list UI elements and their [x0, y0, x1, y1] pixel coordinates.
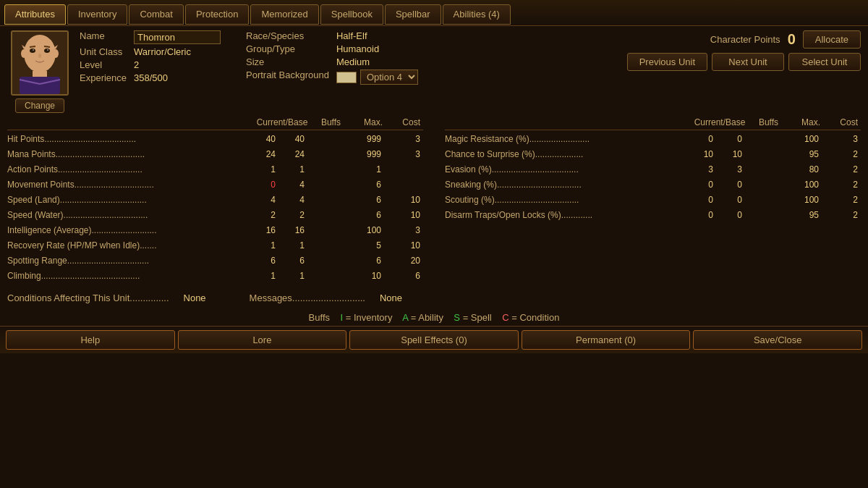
- group-value: Humanoid: [336, 43, 434, 54]
- stat-current: 10: [687, 147, 716, 162]
- stat-name: Hit Points..............................…: [7, 132, 250, 147]
- tab-spellbook[interactable]: Spellbook: [320, 4, 383, 25]
- next-unit-button[interactable]: Next Unit: [712, 53, 784, 71]
- level-value: 2: [134, 59, 224, 70]
- permanent-button[interactable]: Permanent (0): [522, 330, 691, 350]
- stat-buffs: [307, 269, 347, 284]
- stat-base: 0: [716, 177, 745, 193]
- left-stat-row: Action Points...........................…: [7, 162, 423, 177]
- top-nav-bar: Attributes Inventory Combat Protection M…: [0, 0, 868, 26]
- buff-a-key: A: [402, 312, 408, 323]
- right-header-buffs: Buffs: [749, 117, 788, 127]
- select-unit-button[interactable]: Select Unit: [788, 53, 861, 71]
- stat-cost: 3: [825, 132, 861, 147]
- svg-rect-14: [20, 77, 60, 94]
- buff-s-desc: = Spell: [463, 312, 492, 323]
- stat-cost: 10: [387, 193, 423, 208]
- stat-base: 4: [278, 193, 307, 208]
- stat-base: 3: [716, 162, 745, 177]
- left-stats-table: Current/Base Buffs Max. Cost Hit Points.…: [7, 117, 423, 284]
- stat-current: 4: [250, 193, 278, 208]
- tab-protection[interactable]: Protection: [185, 4, 250, 25]
- tab-memorized[interactable]: Memorized: [250, 4, 318, 25]
- svg-point-8: [33, 49, 34, 51]
- buffs-prefix: Buffs: [309, 312, 330, 323]
- change-portrait-button[interactable]: Change: [15, 98, 64, 113]
- portrait-box: [11, 30, 69, 96]
- stat-current: 1: [250, 238, 278, 253]
- name-label: Name: [80, 30, 127, 44]
- stat-current: 0: [250, 177, 278, 193]
- unit-class-label: Unit Class: [80, 46, 127, 57]
- spell-effects-button[interactable]: Spell Effects (0): [349, 330, 519, 350]
- stat-base: 4: [278, 177, 307, 193]
- stat-cost: [387, 177, 423, 193]
- save-close-button[interactable]: Save/Close: [693, 330, 862, 350]
- stat-buffs: [307, 177, 347, 193]
- bottom-bar: Help Lore Spell Effects (0) Permanent (0…: [0, 326, 868, 353]
- stat-cost: 6: [387, 269, 423, 284]
- experience-label: Experience: [80, 72, 127, 83]
- tab-combat[interactable]: Combat: [129, 4, 184, 25]
- left-stats-rows: Hit Points..............................…: [7, 132, 423, 284]
- tab-abilities[interactable]: Abilities (4): [443, 4, 511, 25]
- unit-class-value: Warrior/Cleric: [134, 46, 224, 57]
- stat-max: 100: [785, 193, 825, 208]
- previous-unit-button[interactable]: Previous Unit: [627, 53, 707, 71]
- stat-buffs: [307, 132, 347, 147]
- stat-buffs: [745, 177, 785, 193]
- tab-inventory[interactable]: Inventory: [67, 4, 127, 25]
- stat-max: 999: [347, 147, 387, 162]
- left-header-max: Max.: [351, 117, 387, 127]
- stat-max: 6: [347, 208, 387, 223]
- left-header-current-base: Current/Base: [253, 117, 311, 127]
- stat-name: Sneaking (%)............................…: [445, 177, 687, 193]
- stat-base: 1: [278, 269, 307, 284]
- stat-cost: 3: [387, 223, 423, 238]
- buffs-legend: Buffs I = Inventory A = Ability S = Spel…: [0, 309, 868, 326]
- portrait-bg-select[interactable]: Option 4 Option 1 Option 2 Option 3: [360, 70, 418, 85]
- svg-point-2: [21, 49, 27, 58]
- left-stat-row: Intelligence (Average)..................…: [7, 223, 423, 238]
- name-input[interactable]: [134, 30, 221, 44]
- stat-max: 999: [347, 132, 387, 147]
- stat-cost: 2: [825, 147, 861, 162]
- buff-s-key: S: [454, 312, 460, 323]
- buff-c-key: C: [502, 312, 509, 323]
- stat-base: 2: [278, 208, 307, 223]
- stat-current: 0: [687, 193, 716, 208]
- stat-max: 100: [785, 177, 825, 193]
- portrait-bg-label: Portrait Background: [246, 70, 329, 85]
- stat-max: 95: [785, 208, 825, 223]
- stat-name: Intelligence (Average)..................…: [7, 223, 250, 238]
- race-value: Half-Elf: [336, 30, 434, 41]
- right-stat-row: Disarm Traps/Open Locks (%).............…: [445, 208, 861, 223]
- stat-current: 40: [250, 132, 278, 147]
- left-stat-row: Spotting Range..........................…: [7, 253, 423, 269]
- right-stat-row: Scouting (%)............................…: [445, 193, 861, 208]
- stat-base: 1: [278, 162, 307, 177]
- stats-area: Current/Base Buffs Max. Cost Hit Points.…: [0, 114, 868, 287]
- stat-cost: 2: [825, 193, 861, 208]
- tab-attributes[interactable]: Attributes: [4, 4, 66, 25]
- stat-cost: 20: [387, 253, 423, 269]
- buff-i-key: I: [340, 312, 343, 323]
- messages-value: None: [380, 293, 402, 303]
- character-points-label: Character Points: [710, 34, 780, 45]
- help-button[interactable]: Help: [6, 330, 175, 350]
- left-stat-row: Movement Points.........................…: [7, 177, 423, 193]
- stat-name: Action Points...........................…: [7, 162, 250, 177]
- stat-max: 1: [347, 162, 387, 177]
- stat-name: Speed (Land)............................…: [7, 193, 250, 208]
- left-header-buffs: Buffs: [311, 117, 351, 127]
- stat-buffs: [307, 208, 347, 223]
- tab-spellbar[interactable]: Spellbar: [385, 4, 441, 25]
- right-stats-table: Current/Base Buffs Max. Cost Magic Resis…: [445, 117, 861, 284]
- stat-base: 10: [716, 147, 745, 162]
- stat-current: 1: [250, 162, 278, 177]
- allocate-button[interactable]: Allocate: [803, 30, 861, 49]
- left-stat-row: Speed (Land)............................…: [7, 193, 423, 208]
- stat-base: 24: [278, 147, 307, 162]
- lore-button[interactable]: Lore: [178, 330, 347, 350]
- conditions-value: None: [184, 293, 206, 303]
